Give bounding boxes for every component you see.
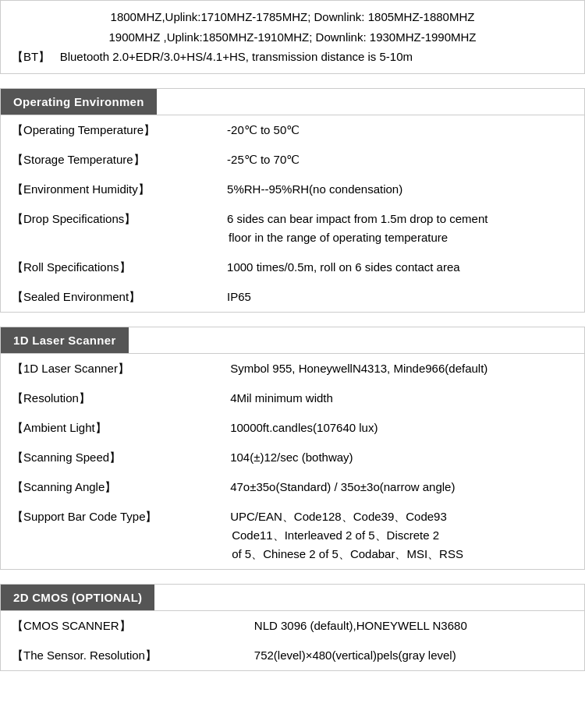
value-cell: 10000ft.candles(107640 lux)	[219, 413, 584, 443]
bt-label: 【BT】	[12, 50, 50, 63]
table-row: 【1D Laser Scanner】Symbol 955, HoneywellN…	[1, 354, 584, 383]
freq-line-2: 1900MHZ ,Uplink:1850MHZ-1910MHZ; Downlin…	[12, 27, 573, 48]
operating-env-header-row: Operating Environmen	[1, 89, 584, 115]
table-row: 【Sealed Environment】IP65	[1, 282, 584, 312]
label-cell: 【1D Laser Scanner】	[1, 354, 219, 383]
cmos-title: 2D CMOS (OPTIONAL)	[1, 585, 154, 610]
top-content-box: 1800MHZ,Uplink:1710MHZ-1785MHZ; Downlink…	[0, 0, 585, 74]
value-cell: 104(±)12/sec (bothway)	[219, 443, 584, 472]
label-cell: 【Drop Specifications】	[1, 204, 216, 253]
value-cell: 752(level)×480(vertical)pels(gray level)	[243, 641, 584, 670]
table-row: 【Scanning Speed】104(±)12/sec (bothway)	[1, 443, 584, 472]
table-row: 【Roll Specifications】1000 times/0.5m, ro…	[1, 253, 584, 282]
laser-scanner-title: 1D Laser Scanner	[1, 327, 129, 353]
table-row: 【CMOS SCANNER】NLD 3096 (default),HONEYWE…	[1, 611, 584, 641]
label-cell: 【Scanning Angle】	[1, 472, 219, 502]
table-row: 【Storage Temperature】-25℃ to 70℃	[1, 145, 584, 175]
value-cell: IP65	[216, 282, 584, 312]
bt-value: Bluetooth 2.0+EDR/3.0+HS/4.1+HS, transmi…	[60, 50, 413, 63]
label-cell: 【Roll Specifications】	[1, 253, 216, 282]
label-cell: 【Support Bar Code Type】	[1, 502, 219, 569]
value-cell: 4Mil minimum width	[219, 383, 584, 413]
cmos-header-row: 2D CMOS (OPTIONAL)	[1, 585, 584, 611]
cmos-section: 2D CMOS (OPTIONAL) 【CMOS SCANNER】NLD 309…	[0, 584, 585, 671]
laser-scanner-section: 1D Laser Scanner 【1D Laser Scanner】Symbo…	[0, 327, 585, 570]
label-cell: 【Sealed Environment】	[1, 282, 216, 312]
value-cell: -20℃ to 50℃	[216, 115, 584, 145]
table-row: 【Resolution】4Mil minimum width	[1, 383, 584, 413]
laser-scanner-header-row: 1D Laser Scanner	[1, 327, 584, 354]
laser-scanner-table: 【1D Laser Scanner】Symbol 955, HoneywellN…	[1, 354, 584, 569]
value-cell: UPC/EAN、Code128、Code39、Code93Code11、Inte…	[219, 502, 584, 569]
label-cell: 【The Sensor. Resolution】	[1, 641, 243, 670]
value-cell: 5%RH--95%RH(no condensation)	[216, 175, 584, 204]
value-cell: 1000 times/0.5m, roll on 6 sides contact…	[216, 253, 584, 282]
table-row: 【Scanning Angle】47o±35o(Standard) / 35o±…	[1, 472, 584, 502]
bt-line: 【BT】 Bluetooth 2.0+EDR/3.0+HS/4.1+HS, tr…	[12, 47, 573, 67]
label-cell: 【Ambient Light】	[1, 413, 219, 443]
table-row: 【The Sensor. Resolution】752(level)×480(v…	[1, 641, 584, 670]
value-cell: 6 sides can bear impact from 1.5m drop t…	[216, 204, 584, 253]
label-cell: 【Operating Temperature】	[1, 115, 216, 145]
value-cell: Symbol 955, HoneywellN4313, Minde966(def…	[219, 354, 584, 383]
operating-env-section: Operating Environmen 【Operating Temperat…	[0, 88, 585, 313]
page-wrapper: 1800MHZ,Uplink:1710MHZ-1785MHZ; Downlink…	[0, 0, 585, 671]
table-row: 【Environment Humidity】5%RH--95%RH(no con…	[1, 175, 584, 204]
operating-env-title: Operating Environmen	[1, 89, 157, 115]
table-row: 【Drop Specifications】6 sides can bear im…	[1, 204, 584, 253]
value-cell: 47o±35o(Standard) / 35o±3o(narrow angle)	[219, 472, 584, 502]
table-row: 【Operating Temperature】-20℃ to 50℃	[1, 115, 584, 145]
table-row: 【Support Bar Code Type】UPC/EAN、Code128、C…	[1, 502, 584, 569]
label-cell: 【Scanning Speed】	[1, 443, 219, 472]
label-cell: 【Storage Temperature】	[1, 145, 216, 175]
freq-line-1: 1800MHZ,Uplink:1710MHZ-1785MHZ; Downlink…	[12, 7, 573, 27]
cmos-table: 【CMOS SCANNER】NLD 3096 (default),HONEYWE…	[1, 611, 584, 670]
label-cell: 【Resolution】	[1, 383, 219, 413]
label-cell: 【CMOS SCANNER】	[1, 611, 243, 641]
value-cell: NLD 3096 (default),HONEYWELL N3680	[243, 611, 584, 641]
table-row: 【Ambient Light】10000ft.candles(107640 lu…	[1, 413, 584, 443]
label-cell: 【Environment Humidity】	[1, 175, 216, 204]
value-cell: -25℃ to 70℃	[216, 145, 584, 175]
operating-env-table: 【Operating Temperature】-20℃ to 50℃【Stora…	[1, 115, 584, 312]
